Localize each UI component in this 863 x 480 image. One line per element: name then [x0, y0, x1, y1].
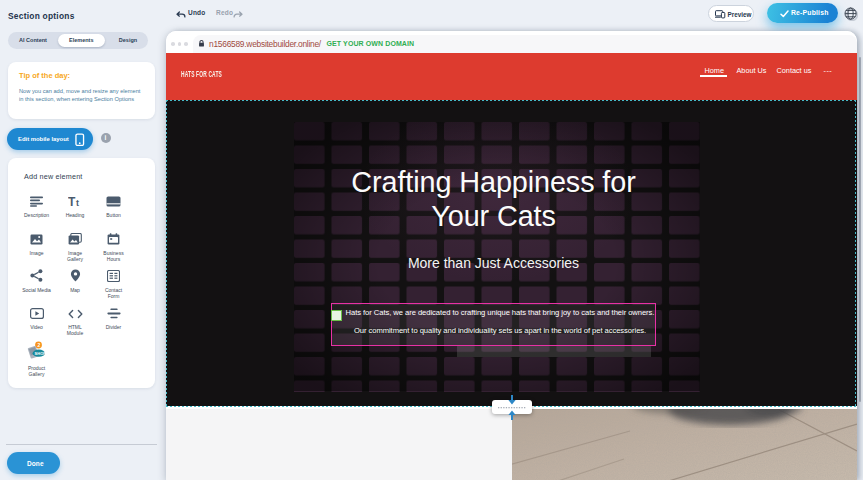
svg-text:t: t [76, 198, 79, 208]
svg-text:2: 2 [37, 342, 40, 348]
svg-text:T: T [68, 195, 76, 207]
svg-text:SHOP: SHOP [34, 351, 46, 356]
